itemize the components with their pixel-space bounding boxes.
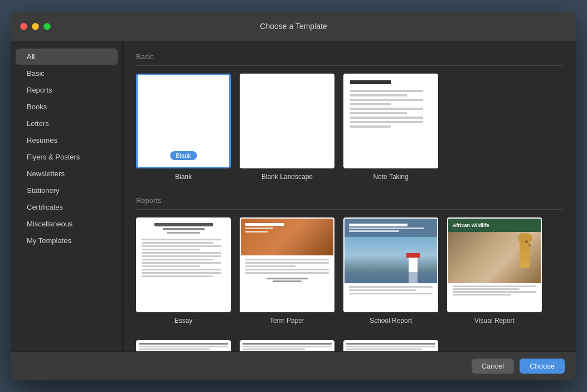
partial-preview-3 <box>343 340 438 351</box>
sidebar-item-certificates[interactable]: Certificates <box>16 199 118 215</box>
title-bar: Choose a Template <box>11 12 576 41</box>
sidebar: All Basic Reports Books Letters Resumes … <box>11 41 123 351</box>
partial-template-2[interactable] <box>240 340 334 351</box>
sidebar-item-flyers[interactable]: Flyers & Posters <box>16 149 118 165</box>
school-report-image <box>345 237 437 283</box>
term-paper-sub-1 <box>245 228 273 229</box>
essay-line-4 <box>142 249 200 250</box>
visual-report-thumbnail: African Wildlife <box>447 217 542 312</box>
basic-section-title: Basic <box>136 52 562 66</box>
reports-templates-grid: Essay <box>136 217 562 325</box>
sr-title <box>349 224 407 226</box>
sidebar-item-miscellaneous[interactable]: Miscellaneous <box>16 216 118 232</box>
maximize-button[interactable] <box>43 23 51 30</box>
note-line-9 <box>350 125 391 128</box>
essay-line-3 <box>142 245 221 247</box>
essay-sub2 <box>167 232 200 234</box>
template-term-paper[interactable]: Term Paper <box>240 217 334 325</box>
template-note-taking[interactable]: Note Taking <box>343 74 438 181</box>
p3-line-d1 <box>346 343 435 345</box>
school-report-preview <box>345 219 437 311</box>
p2-line-1 <box>242 346 332 347</box>
visual-report-header: African Wildlife <box>448 219 541 233</box>
essay-line-11 <box>142 272 221 274</box>
p3-line-2 <box>346 349 422 350</box>
blank-thumbnail: Blank <box>136 74 231 168</box>
partial-template-3[interactable] <box>343 340 438 351</box>
essay-line-9 <box>142 265 200 267</box>
note-title-line <box>350 80 391 84</box>
note-taking-thumbnail <box>343 74 438 168</box>
school-report-thumbnail <box>343 217 438 312</box>
template-blank[interactable]: Blank Blank <box>136 74 231 181</box>
template-visual-report[interactable]: African Wildlife <box>447 217 542 325</box>
term-paper-image <box>241 219 333 255</box>
note-line-1 <box>350 90 423 92</box>
term-paper-preview <box>241 219 333 311</box>
tp-line-1 <box>245 259 329 260</box>
note-line-4 <box>350 103 391 105</box>
partial-thumb-1 <box>136 340 231 351</box>
tp-footer-2 <box>273 280 302 282</box>
school-report-header <box>345 219 437 237</box>
sidebar-item-basic[interactable]: Basic <box>16 65 118 81</box>
traffic-lights <box>20 23 51 30</box>
school-report-label: School Report <box>370 317 412 325</box>
note-line-7 <box>350 117 423 119</box>
sidebar-item-letters[interactable]: Letters <box>16 115 118 132</box>
template-essay[interactable]: Essay <box>136 217 231 325</box>
p3-line-1 <box>346 346 435 347</box>
term-paper-body <box>241 255 333 311</box>
lighthouse-cap <box>406 253 420 258</box>
sidebar-item-resumes[interactable]: Resumes <box>16 132 118 148</box>
sr-line-2 <box>349 289 416 291</box>
essay-line-6 <box>142 255 221 257</box>
partial-templates-row <box>136 340 562 351</box>
note-line-3 <box>350 99 423 101</box>
close-button[interactable] <box>20 23 27 30</box>
tp-line-3 <box>245 265 295 267</box>
note-line-8 <box>350 121 423 123</box>
p-line-d1 <box>139 343 228 345</box>
sr-line-1 <box>349 286 433 288</box>
school-report-body <box>345 283 437 311</box>
essay-line-10 <box>142 269 221 270</box>
essay-line-1 <box>142 239 221 240</box>
minimize-button[interactable] <box>32 23 39 30</box>
partial-template-1[interactable] <box>136 340 231 351</box>
essay-line-7 <box>142 259 213 260</box>
visual-report-label: Visual Report <box>474 317 515 325</box>
note-line-6 <box>350 112 407 114</box>
sidebar-item-all[interactable]: All <box>16 49 118 65</box>
essay-subtitle <box>163 228 205 230</box>
essay-line-8 <box>142 262 221 264</box>
main-area: All Basic Reports Books Letters Resumes … <box>11 41 576 351</box>
partial-thumb-3 <box>343 340 438 351</box>
vr-line-2 <box>453 288 520 290</box>
p2-line-2 <box>242 349 305 350</box>
p2-line-d1 <box>242 343 332 345</box>
essay-preview <box>137 219 230 311</box>
water <box>345 272 437 283</box>
template-school-report[interactable]: School Report <box>343 217 438 325</box>
sidebar-item-stationery[interactable]: Stationery <box>16 182 118 199</box>
visual-report-image <box>448 232 541 283</box>
sidebar-item-reports[interactable]: Reports <box>16 82 118 98</box>
sidebar-item-books[interactable]: Books <box>16 99 118 115</box>
note-line-5 <box>350 108 423 110</box>
sidebar-item-newsletters[interactable]: Newsletters <box>16 166 118 182</box>
term-paper-thumbnail <box>240 217 334 312</box>
blank-badge: Blank <box>170 151 197 160</box>
partial-preview-2 <box>240 340 334 351</box>
choose-button[interactable]: Choose <box>520 359 565 374</box>
blank-landscape-label: Blank Landscape <box>261 173 313 181</box>
window-title: Choose a Template <box>260 22 327 31</box>
template-blank-landscape[interactable]: Blank Landscape <box>240 74 334 181</box>
sidebar-item-my-templates[interactable]: My Templates <box>16 233 118 249</box>
essay-label: Essay <box>174 317 193 325</box>
partial-thumb-2 <box>240 340 334 351</box>
template-content: Basic Blank Blank Blank Landscape <box>123 41 576 351</box>
visual-report-title-text: African Wildlife <box>453 222 489 228</box>
cancel-button[interactable]: Cancel <box>472 359 514 374</box>
tp-footer-1 <box>266 278 308 279</box>
